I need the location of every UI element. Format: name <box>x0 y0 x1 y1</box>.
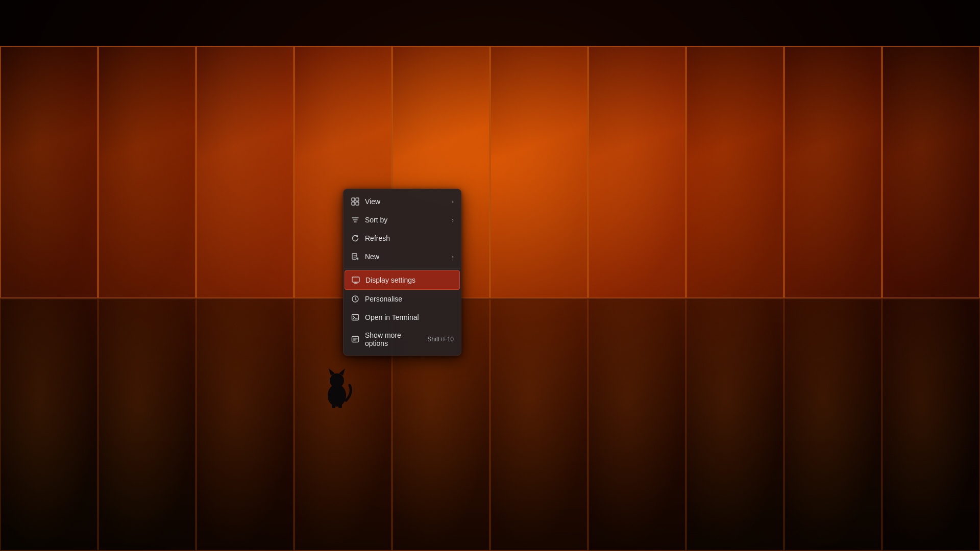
menu-item-personalise-label: Personalise <box>365 295 454 303</box>
svg-rect-5 <box>338 404 342 408</box>
svg-rect-6 <box>352 198 355 201</box>
panel <box>490 46 588 298</box>
svg-point-1 <box>330 373 344 388</box>
panel <box>196 46 294 298</box>
menu-item-display-settings-label: Display settings <box>365 276 453 284</box>
panel <box>686 46 784 298</box>
svg-rect-12 <box>352 277 359 282</box>
panel-reflection <box>686 298 784 551</box>
menu-separator <box>344 268 461 268</box>
panel-reflection <box>196 298 294 551</box>
show-more-options-shortcut: Shift+F10 <box>427 336 454 343</box>
svg-rect-8 <box>352 202 355 205</box>
menu-item-refresh[interactable]: Refresh <box>344 229 461 247</box>
panel <box>784 46 882 298</box>
top-bar <box>0 0 980 46</box>
chevron-right-icon: › <box>452 217 454 223</box>
cat-silhouette <box>322 362 352 408</box>
panel-reflection <box>784 298 882 551</box>
terminal-icon <box>351 313 360 322</box>
panel <box>588 46 686 298</box>
panels-container <box>0 0 980 551</box>
wallpaper <box>0 0 980 551</box>
menu-item-view-label: View <box>365 197 452 206</box>
menu-item-show-more-options-label: Show more options <box>365 331 423 347</box>
menu-item-sort-by[interactable]: Sort by › <box>344 211 461 229</box>
sort-icon <box>351 215 360 224</box>
menu-item-new[interactable]: New › <box>344 247 461 266</box>
refresh-icon <box>351 234 360 243</box>
menu-item-open-in-terminal[interactable]: Open in Terminal <box>344 308 461 327</box>
panel <box>98 46 196 298</box>
panel-reflection <box>588 298 686 551</box>
svg-rect-4 <box>332 404 335 408</box>
menu-item-display-settings[interactable]: Display settings <box>345 270 460 290</box>
menu-item-refresh-label: Refresh <box>365 234 454 242</box>
svg-rect-13 <box>352 315 359 320</box>
context-menu: View › Sort by › Refresh <box>343 189 461 356</box>
menu-item-show-more-options[interactable]: Show more options Shift+F10 <box>344 327 461 352</box>
new-icon <box>351 252 360 261</box>
svg-rect-9 <box>356 202 359 205</box>
svg-rect-7 <box>356 198 359 201</box>
chevron-right-icon: › <box>452 254 454 260</box>
panel-reflection <box>0 298 98 551</box>
view-icon <box>351 197 360 206</box>
menu-item-open-in-terminal-label: Open in Terminal <box>365 313 454 321</box>
menu-item-view[interactable]: View › <box>344 192 461 211</box>
personalise-icon <box>351 294 360 304</box>
menu-item-personalise[interactable]: Personalise <box>344 290 461 308</box>
more-options-icon <box>351 335 360 344</box>
menu-item-new-label: New <box>365 253 452 261</box>
panel-reflection <box>98 298 196 551</box>
menu-item-sort-by-label: Sort by <box>365 216 452 224</box>
display-icon <box>351 276 360 285</box>
panel <box>882 46 980 298</box>
panel-reflection <box>882 298 980 551</box>
chevron-right-icon: › <box>452 198 454 205</box>
panel <box>0 46 98 298</box>
panel-reflection <box>490 298 588 551</box>
